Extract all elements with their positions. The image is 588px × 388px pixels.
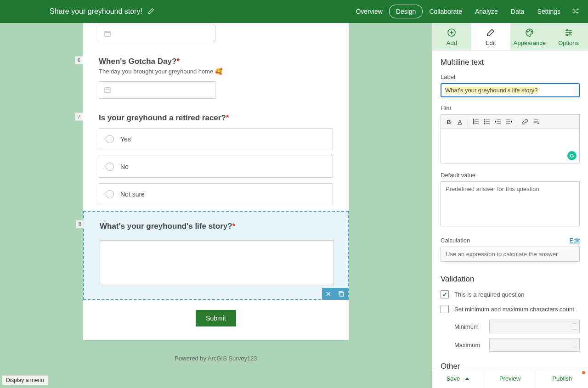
maximum-label: Maximum	[454, 342, 484, 349]
unsaved-indicator-icon	[582, 371, 585, 374]
powered-by: Powered by ArcGIS Survey123	[0, 355, 432, 362]
svg-rect-1	[105, 88, 110, 93]
nav-analyze[interactable]: Analyze	[469, 5, 504, 18]
radio-option-not-sure[interactable]: Not sure	[99, 183, 333, 205]
pencil-icon	[486, 28, 496, 38]
text-color-button[interactable]: A	[455, 117, 465, 126]
svg-point-5	[529, 30, 530, 31]
radio-label: No	[120, 163, 129, 170]
question-hint: The day you brought your greyhound home …	[99, 68, 333, 75]
svg-text:3: 3	[473, 122, 475, 124]
svg-point-6	[531, 31, 532, 32]
radio-option-yes[interactable]: Yes	[99, 128, 333, 150]
header-nav: Overview Design Collaborate Analyze Data…	[349, 5, 579, 18]
nav-data[interactable]: Data	[504, 5, 531, 18]
publish-button[interactable]: Publish	[536, 369, 588, 388]
gotcha-date-input[interactable]	[99, 81, 215, 99]
radio-label: Not sure	[120, 191, 145, 198]
radio-label: Yes	[120, 135, 131, 143]
question-label: When's Gotcha Day?*	[99, 57, 333, 66]
caret-up-icon	[465, 377, 469, 380]
radio-icon	[106, 163, 114, 171]
selection-toolbar	[322, 288, 348, 300]
minmax-label: Set minimum and maximum characters count	[454, 306, 574, 313]
tab-add[interactable]: Add	[432, 23, 471, 50]
label-input[interactable]: What's your greyhound's life story?	[441, 83, 580, 97]
tab-options[interactable]: Options	[549, 23, 588, 50]
ul-button[interactable]	[482, 117, 492, 126]
grammarly-icon[interactable]: G	[567, 151, 577, 160]
panel-tabs: Add Edit Appearance Options	[432, 23, 588, 51]
calendar-icon	[104, 86, 111, 94]
calculation-input[interactable]	[441, 247, 580, 262]
clear-format-button[interactable]	[531, 117, 541, 126]
duplicate-question-button[interactable]	[335, 288, 348, 300]
section-title: Multiline text	[441, 58, 580, 67]
preview-button[interactable]: Preview	[484, 369, 537, 388]
sliders-icon	[564, 28, 574, 38]
submit-button[interactable]: Submit	[196, 310, 236, 326]
nav-overview[interactable]: Overview	[349, 5, 389, 18]
survey-title: Share your greyhound story!	[50, 7, 142, 16]
tab-appearance[interactable]: Appearance	[510, 23, 549, 50]
radio-icon	[106, 190, 114, 198]
minmax-checkbox[interactable]	[441, 305, 449, 313]
question-7[interactable]: 7 Is your greyhound a retired racer?* Ye…	[99, 104, 333, 211]
required-label: This is a required question	[454, 291, 524, 298]
date-input[interactable]	[99, 25, 215, 42]
radio-icon	[106, 135, 114, 143]
calendar-icon	[104, 30, 111, 37]
hint-field-label: Hint	[441, 105, 580, 112]
calculation-label: Calculation	[441, 237, 470, 244]
bold-button[interactable]: B	[444, 117, 454, 126]
nav-collaborate[interactable]: Collaborate	[423, 5, 469, 18]
radio-option-no[interactable]: No	[99, 156, 333, 178]
other-title: Other	[441, 362, 580, 369]
question-number: 8	[76, 220, 84, 228]
tab-edit[interactable]: Edit	[471, 23, 510, 50]
svg-point-9	[566, 34, 568, 36]
plus-circle-icon	[447, 28, 457, 38]
default-value-input[interactable]	[441, 181, 580, 226]
app-header: Share your greyhound story! Overview Des…	[0, 0, 588, 23]
palette-icon	[525, 28, 535, 38]
delete-question-button[interactable]	[322, 288, 335, 300]
validation-title: Validation	[441, 275, 580, 284]
default-value-label: Default value	[441, 172, 580, 179]
form-card: 6 When's Gotcha Day?* The day you brough…	[83, 23, 349, 340]
maximum-input[interactable]	[489, 338, 580, 352]
required-checkbox[interactable]	[441, 290, 449, 298]
minimum-label: Minimum	[454, 323, 484, 330]
calculation-edit-link[interactable]: Edit	[570, 237, 580, 244]
question-label: What's your greyhound's life story?*	[100, 222, 332, 231]
outdent-button[interactable]	[493, 117, 503, 126]
svg-point-15	[484, 123, 485, 124]
svg-point-8	[569, 32, 571, 34]
question-label: Is your greyhound a retired racer?*	[99, 113, 333, 123]
panel-body: Multiline text Label What's your greyhou…	[432, 51, 588, 369]
indent-button[interactable]	[504, 117, 514, 126]
question-6[interactable]: 6 When's Gotcha Day?* The day you brough…	[99, 48, 333, 104]
question-number: 7	[75, 112, 83, 121]
nav-settings[interactable]: Settings	[531, 5, 567, 18]
shuffle-icon[interactable]	[571, 7, 579, 16]
svg-point-7	[566, 30, 568, 31]
svg-rect-0	[105, 31, 110, 36]
form-canvas: 6 When's Gotcha Day?* The day you brough…	[0, 23, 432, 388]
question-8-selected[interactable]: 8 What's your greyhound's life story?*	[83, 211, 349, 300]
edit-title-icon[interactable]	[148, 8, 154, 16]
nav-design[interactable]: Design	[389, 5, 423, 18]
ol-button[interactable]: 123	[471, 117, 481, 126]
label-field-label: Label	[441, 73, 580, 80]
save-button[interactable]: Save	[432, 369, 484, 388]
action-bar: Save Preview Publish	[432, 369, 588, 388]
svg-point-14	[484, 121, 485, 122]
status-tooltip: Display a menu	[2, 375, 48, 385]
minimum-input[interactable]	[489, 320, 580, 333]
question-number: 6	[75, 56, 83, 64]
rte-toolbar: B A 123	[441, 114, 580, 129]
svg-point-13	[484, 119, 485, 120]
hint-editor[interactable]: G	[441, 129, 580, 163]
life-story-textarea[interactable]	[100, 240, 334, 286]
link-button[interactable]	[520, 117, 530, 126]
